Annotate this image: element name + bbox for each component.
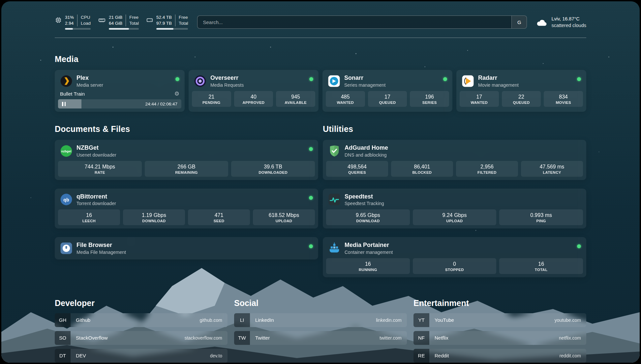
bookmark-netflix[interactable]: NF Netflix netflix.com [413,331,586,345]
app-desc: Speedtest Tracking [345,201,384,206]
stat-ping: 0.993 ms PING [499,209,583,225]
app-card-nzbget[interactable]: nzbget NZBGet Usenet downloader 744.21 M… [55,140,318,180]
app-card-speedtest[interactable]: Speedtest Speedtest Tracking 9.65 Gbps D… [323,189,586,229]
cloud-icon [536,18,547,26]
bookmark-name: StackOverflow [71,335,113,341]
disk-icon [146,16,153,24]
topbar-divider [55,38,586,38]
app-card-radarr[interactable]: Radarr Movie management 17 WANTED 22 QUE… [456,70,586,112]
nzbget-icon: nzbget [60,145,73,157]
bookmark-dev[interactable]: DT DEV dev.to [55,349,228,363]
stat-download: 1.19 Gbps DOWNLOAD [123,209,185,225]
app-card-sonarr[interactable]: Sonarr Series management 485 WANTED 17 Q… [322,70,452,112]
qbittorrent-icon: qb [60,193,73,206]
section-title-documents: Documents & Files [55,124,318,134]
bookmark-github[interactable]: GH Github github.com [55,313,228,327]
bookmark-domain: dev.to [210,353,228,358]
adguard-icon [328,145,341,157]
app-desc: Series management [344,82,385,88]
bookmark-stackoverflow[interactable]: SO StackOverflow stackoverflow.com [55,331,228,345]
search-provider-button[interactable]: G [511,16,527,28]
bookmark-name: Twitter [250,335,275,341]
status-dot-online [309,77,313,81]
bookmark-abbr: NF [413,331,429,345]
app-card-qbittorrent[interactable]: qb qBittorrent Torrent downloader 16 [55,189,318,229]
bookmark-domain: twitter.com [380,335,407,341]
dashboard-content: 31% 2.94 CPU Load [1,1,640,363]
bookmark-abbr: GH [55,313,71,327]
bookmark-abbr: SO [55,331,71,345]
bookmark-group-developer: Developer GH Github github.com SO StackO… [55,298,228,363]
disk-label-2: Total [179,20,188,26]
plex-playback-time: 24:44 / 02:06:47 [145,102,177,106]
app-card-filebrowser[interactable]: File Browser Media File Management [55,237,318,259]
stat-remaining: 266 GB REMAINING [145,161,229,177]
app-card-overseerr[interactable]: Overseerr Media Requests 21 PENDING 40 A… [189,70,319,112]
app-card-plex[interactable]: Plex Media server Bullet Train ⚙ 24:44 /… [55,70,185,112]
plex-playback-bar[interactable]: 24:44 / 02:06:47 [58,99,181,108]
bookmark-domain: reddit.com [560,353,586,358]
bookmark-group-title: Entertainment [413,298,586,308]
bookmark-domain: stackoverflow.com [185,335,228,341]
bookmarks: Developer GH Github github.com SO StackO… [55,298,586,363]
section-title-media: Media [55,54,586,64]
bookmark-twitter[interactable]: TW Twitter twitter.com [234,331,407,345]
disk-progress-bar [156,28,188,30]
svg-text:nzbget: nzbget [61,149,72,153]
dashboard: 31% 2.94 CPU Load [1,1,640,363]
overseerr-icon [194,75,206,87]
memory-free: 21 GiB [109,15,122,20]
bookmark-name: YouTube [429,317,459,323]
disk-label-1: Free [179,15,188,20]
app-name: NZBGet [76,144,116,152]
stat-downloaded: 39.6 TB DOWNLOADED [231,161,315,177]
cpu-load: 2.94 [65,20,74,26]
bookmark-group-entertainment: Entertainment YT YouTube youtube.com NF … [413,298,586,363]
stat-queued: 22 QUEUED [502,91,541,107]
status-dot-online [577,244,581,248]
gear-icon[interactable]: ⚙ [174,91,179,97]
stat-leech: 16 LEECH [58,209,120,225]
bookmark-reddit[interactable]: RE Reddit reddit.com [413,349,586,363]
radarr-icon [462,75,474,87]
stat-upload: 618.52 Mbps UPLOAD [253,209,315,225]
bookmark-youtube[interactable]: YT YouTube youtube.com [413,313,586,327]
app-card-portainer[interactable]: Media Portainer Container management 16 … [323,237,586,277]
svg-text:qb: qb [63,197,69,202]
disk-widget: 52.4 TB 97.9 TB Free Total [146,15,188,30]
speedtest-icon [328,193,341,206]
bookmark-group-social: Social LI LinkedIn linkedin.com TW Twitt… [234,298,407,363]
bookmark-name: Github [71,317,96,323]
resource-widgets: 31% 2.94 CPU Load [55,15,188,30]
bookmark-abbr: RE [413,349,429,363]
bookmark-linkedin[interactable]: LI LinkedIn linkedin.com [234,313,407,327]
stat-download: 9.65 Gbps DOWNLOAD [326,209,410,225]
app-desc: Media server [76,82,103,88]
top-bar: 31% 2.94 CPU Load [55,1,586,38]
bookmark-name: LinkedIn [250,317,279,323]
app-desc: Container management [345,250,393,255]
app-desc: Media File Management [76,250,126,255]
memory-progress-bar [109,28,139,30]
cpu-progress-bar [65,28,91,30]
app-desc: Media Requests [210,82,244,88]
stat-latency: 47.569 ms LATENCY [521,161,583,177]
app-card-adguard[interactable]: AdGuard Home DNS and adblocking 498,564 … [323,140,586,180]
weather-location-temp: Lviv, 16.87°C [551,15,586,22]
bookmark-group-title: Developer [55,298,228,308]
search-input[interactable] [198,16,511,28]
weather-widget: Lviv, 16.87°C scattered clouds [536,15,586,29]
pause-icon[interactable] [62,102,66,106]
stat-total: 16 TOTAL [499,258,583,274]
bookmark-abbr: LI [234,313,250,327]
bookmark-abbr: TW [234,331,250,345]
bookmark-name: DEV [71,353,91,358]
memory-widget: 21 GiB 64 GiB Free Total [98,15,139,30]
app-name: Media Portainer [345,242,393,249]
disk-total: 97.9 TB [156,20,172,26]
app-desc: Usenet downloader [76,152,116,158]
app-name: qBittorrent [76,193,116,200]
bookmark-name: Netflix [429,335,454,341]
search-bar: G [197,15,527,29]
section-documents-utilities: Documents & Files nzbget NZBGet Usenet d… [55,124,586,277]
